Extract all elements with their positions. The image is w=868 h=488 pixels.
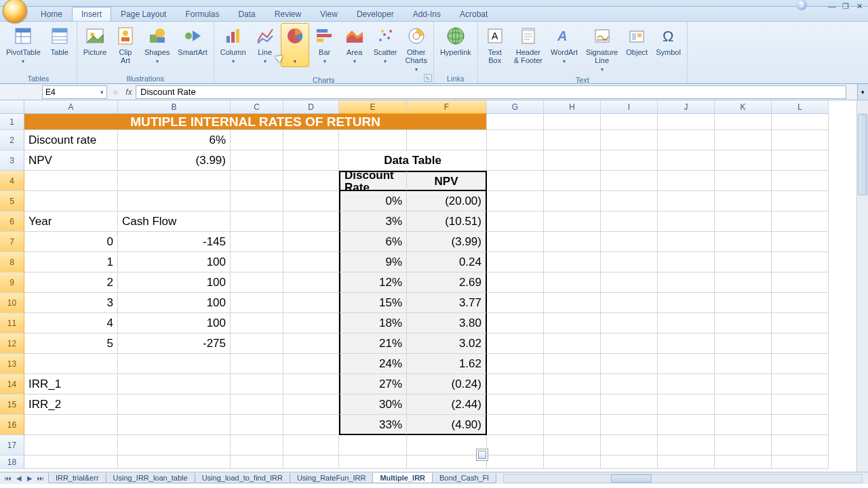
cell[interactable] xyxy=(715,313,772,333)
cell[interactable]: Cash Flow xyxy=(118,211,231,232)
ribbon-tab-insert[interactable]: Insert xyxy=(72,7,111,21)
cell[interactable] xyxy=(544,455,601,469)
cell[interactable]: 100 xyxy=(118,293,231,313)
cell[interactable] xyxy=(544,313,601,333)
ribbon-tab-home[interactable]: Home xyxy=(31,7,72,21)
cell[interactable] xyxy=(601,374,658,394)
cell[interactable] xyxy=(601,293,658,313)
cell[interactable] xyxy=(283,293,339,313)
cell[interactable] xyxy=(487,191,544,211)
cell[interactable] xyxy=(24,171,118,191)
cell[interactable] xyxy=(601,252,658,272)
cell[interactable] xyxy=(544,114,601,130)
cell[interactable] xyxy=(601,232,658,252)
cell[interactable] xyxy=(487,272,544,293)
cell[interactable]: 12% xyxy=(339,272,407,293)
minimize-button[interactable]: — xyxy=(826,1,838,11)
cell[interactable]: 4 xyxy=(24,313,118,333)
cell[interactable] xyxy=(715,252,772,272)
ribbon-tab-page-layout[interactable]: Page Layout xyxy=(111,7,176,21)
row-header[interactable]: 1 xyxy=(0,114,24,130)
cell[interactable] xyxy=(544,435,601,455)
cell[interactable]: 1.62 xyxy=(407,354,487,374)
cell[interactable] xyxy=(658,171,715,191)
cell[interactable] xyxy=(231,191,283,211)
cell[interactable]: Discount Rate xyxy=(339,171,407,191)
cell[interactable] xyxy=(544,415,601,435)
column-header[interactable]: K xyxy=(715,100,772,114)
cell[interactable]: 100 xyxy=(118,252,231,272)
cell[interactable]: 24% xyxy=(339,354,407,374)
cell[interactable] xyxy=(283,374,339,394)
cell[interactable]: 3.02 xyxy=(407,333,487,354)
hyperlink-button[interactable]: Hyperlink xyxy=(437,23,475,58)
sheet-tab[interactable]: IRR_trial&err xyxy=(48,473,106,483)
signature-line-button[interactable]: Signature Line xyxy=(583,23,621,75)
cell[interactable] xyxy=(772,293,829,313)
ribbon-tab-data[interactable]: Data xyxy=(229,7,264,21)
cell[interactable]: 0 xyxy=(24,232,118,252)
cell[interactable] xyxy=(487,374,544,394)
cell[interactable] xyxy=(601,150,658,171)
cell[interactable] xyxy=(772,171,829,191)
cell[interactable] xyxy=(231,211,283,232)
cell[interactable] xyxy=(544,252,601,272)
line-chart-button[interactable]: Line xyxy=(251,23,279,67)
cell[interactable]: NPV xyxy=(24,150,118,171)
sheet-tab[interactable]: Using_IRR_loan_table xyxy=(106,473,195,483)
header-footer-button[interactable]: Header & Footer xyxy=(511,23,546,66)
cell[interactable] xyxy=(487,313,544,333)
cell[interactable] xyxy=(715,374,772,394)
cell[interactable] xyxy=(231,415,283,435)
cell[interactable] xyxy=(487,232,544,252)
cell[interactable] xyxy=(715,150,772,171)
row-header[interactable]: 6 xyxy=(0,211,24,232)
autofill-options-icon[interactable] xyxy=(476,449,488,461)
cell[interactable]: 1 xyxy=(24,252,118,272)
cell[interactable] xyxy=(601,354,658,374)
cell[interactable] xyxy=(601,394,658,415)
cell[interactable]: -145 xyxy=(118,232,231,252)
cell[interactable] xyxy=(24,191,118,211)
column-header[interactable]: G xyxy=(487,100,544,114)
sheet-tab[interactable]: Bond_Cash_Fl xyxy=(432,473,496,483)
cell[interactable] xyxy=(283,313,339,333)
cell[interactable] xyxy=(658,191,715,211)
cell[interactable] xyxy=(24,415,118,435)
cell[interactable] xyxy=(339,130,407,150)
cell[interactable] xyxy=(715,232,772,252)
horizontal-scrollbar[interactable] xyxy=(503,474,863,483)
cell[interactable] xyxy=(658,394,715,415)
cell[interactable] xyxy=(715,333,772,354)
smartart-button[interactable]: SmartArt xyxy=(174,23,210,58)
row-header[interactable]: 5 xyxy=(0,191,24,211)
charts-dialog-launcher[interactable]: ⤡ xyxy=(424,74,432,82)
cell[interactable]: MUTIPLE INTERNAL RATES OF RETURN xyxy=(24,114,487,130)
cell[interactable]: 3% xyxy=(339,211,407,232)
cell[interactable] xyxy=(487,455,544,469)
shapes-button[interactable]: Shapes xyxy=(141,23,173,67)
cell[interactable] xyxy=(283,191,339,211)
cell[interactable] xyxy=(601,333,658,354)
cell[interactable]: (20.00) xyxy=(407,191,487,211)
cell[interactable] xyxy=(544,272,601,293)
cell[interactable]: (3.99) xyxy=(118,150,231,171)
name-box[interactable]: E4▾ xyxy=(42,85,107,99)
cell[interactable] xyxy=(283,354,339,374)
column-header[interactable]: F xyxy=(407,100,487,114)
column-header[interactable]: A xyxy=(24,100,118,114)
cell[interactable] xyxy=(601,130,658,150)
ribbon-tab-review[interactable]: Review xyxy=(265,7,311,21)
cell[interactable]: IRR_1 xyxy=(24,374,118,394)
cell[interactable] xyxy=(601,313,658,333)
cell[interactable] xyxy=(24,455,118,469)
cell[interactable] xyxy=(231,435,283,455)
ribbon-tab-acrobat[interactable]: Acrobat xyxy=(450,7,497,21)
cell[interactable] xyxy=(658,313,715,333)
cell[interactable] xyxy=(658,232,715,252)
cell[interactable]: 6% xyxy=(339,232,407,252)
sheet-tab[interactable]: Using_load_to_find_IRR xyxy=(195,473,290,483)
cell[interactable] xyxy=(772,455,829,469)
cell[interactable] xyxy=(118,374,231,394)
column-header[interactable]: B xyxy=(118,100,231,114)
